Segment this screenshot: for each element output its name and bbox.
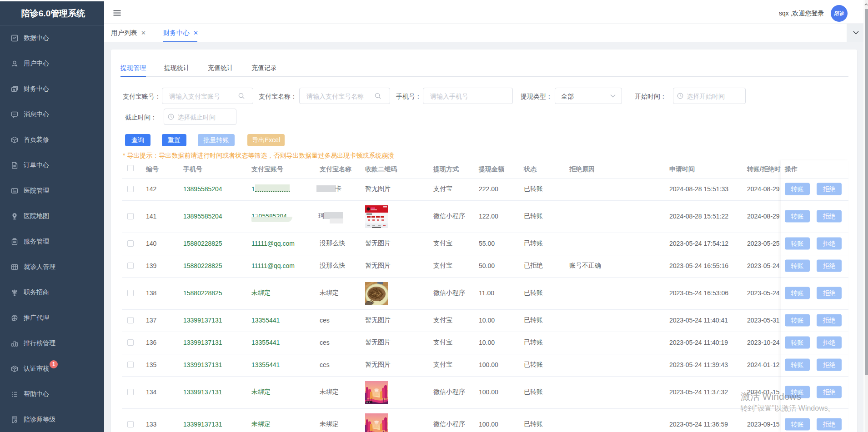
svg-text:SQL: SQL (13, 417, 17, 420)
